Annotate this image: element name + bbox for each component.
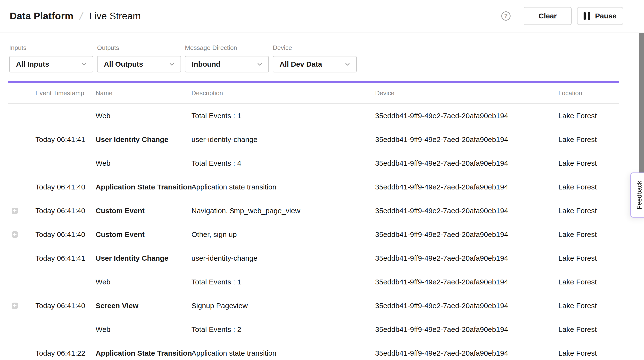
- message-direction-select-value: Inbound: [192, 60, 220, 68]
- cell-name: Application State Transition: [96, 349, 192, 357]
- cell-expand: [8, 303, 36, 309]
- cell-event-timestamp: Today 06:41:41: [36, 254, 96, 262]
- table-row: WebTotal Events : 135eddb41-9ff9-49e2-7a…: [8, 270, 619, 294]
- cell-event-timestamp: Today 06:41:22: [36, 349, 96, 357]
- chevron-down-icon: [80, 61, 87, 68]
- outputs-select-value: All Outputs: [104, 60, 143, 68]
- header-description: Description: [192, 89, 375, 97]
- cell-location: Lake Forest: [558, 349, 619, 357]
- header-location: Location: [558, 89, 619, 97]
- header-device: Device: [375, 89, 558, 97]
- breadcrumb: Data Platform / Live Stream: [10, 10, 141, 22]
- feedback-tab-label: Feedback: [634, 181, 643, 209]
- pause-icon: [584, 12, 590, 20]
- cell-device: 35eddb41-9ff9-49e2-7aed-20afa90eb194: [375, 278, 558, 286]
- outputs-select[interactable]: All Outputs: [97, 56, 181, 72]
- filter-message-direction: Message Direction Inbound: [185, 44, 269, 72]
- table-row: Today 06:41:40Custom EventNavigation, $m…: [8, 199, 619, 223]
- chevron-down-icon: [344, 61, 351, 68]
- cell-device: 35eddb41-9ff9-49e2-7aed-20afa90eb194: [375, 302, 558, 310]
- table-body: WebTotal Events : 135eddb41-9ff9-49e2-7a…: [8, 104, 619, 360]
- chevron-down-icon: [256, 61, 263, 68]
- table-row: WebTotal Events : 135eddb41-9ff9-49e2-7a…: [8, 104, 619, 128]
- filter-device: Device All Dev Data: [273, 44, 357, 72]
- cell-description: Other, sign up: [192, 230, 375, 239]
- cell-location: Lake Forest: [558, 230, 619, 239]
- accent-divider: [8, 81, 619, 83]
- cell-device: 35eddb41-9ff9-49e2-7aed-20afa90eb194: [375, 112, 558, 120]
- cell-name: User Identity Change: [96, 254, 192, 262]
- cell-location: Lake Forest: [558, 207, 619, 215]
- cell-description: Total Events : 4: [192, 159, 375, 168]
- cell-event-timestamp: Today 06:41:40: [36, 183, 96, 191]
- cell-name: Web: [96, 159, 192, 168]
- filter-label: Outputs: [97, 44, 181, 52]
- topbar-actions: ? Clear Pause: [501, 7, 623, 25]
- pause-button[interactable]: Pause: [577, 7, 623, 25]
- cell-location: Lake Forest: [558, 254, 619, 262]
- cell-device: 35eddb41-9ff9-49e2-7aed-20afa90eb194: [375, 254, 558, 262]
- expand-plus-icon[interactable]: [12, 208, 18, 214]
- table-row: WebTotal Events : 435eddb41-9ff9-49e2-7a…: [8, 151, 619, 175]
- live-stream-table: Event Timestamp Name Description Device …: [8, 83, 619, 360]
- cell-device: 35eddb41-9ff9-49e2-7aed-20afa90eb194: [375, 325, 558, 334]
- cell-description: Navigation, $mp_web_page_view: [192, 207, 375, 215]
- vertical-scrollbar[interactable]: [639, 33, 644, 173]
- inputs-select[interactable]: All Inputs: [9, 56, 93, 72]
- cell-location: Lake Forest: [558, 278, 619, 286]
- table-row: Today 06:41:40Application State Transiti…: [8, 175, 619, 199]
- table-row: Today 06:41:22Application State Transiti…: [8, 341, 619, 360]
- cell-location: Lake Forest: [558, 183, 619, 191]
- header-event-timestamp: Event Timestamp: [36, 89, 96, 97]
- table-header-row: Event Timestamp Name Description Device …: [8, 83, 619, 104]
- cell-event-timestamp: Today 06:41:40: [36, 302, 96, 310]
- breadcrumb-separator: /: [78, 10, 84, 22]
- cell-name: Web: [96, 112, 192, 120]
- cell-description: Signup Pageview: [192, 302, 375, 310]
- cell-description: user-identity-change: [192, 135, 375, 144]
- page-title: Live Stream: [89, 11, 141, 21]
- cell-event-timestamp: Today 06:41:41: [36, 135, 96, 144]
- cell-expand: [8, 231, 36, 238]
- filter-label: Device: [273, 44, 357, 52]
- cell-location: Lake Forest: [558, 159, 619, 168]
- cell-device: 35eddb41-9ff9-49e2-7aed-20afa90eb194: [375, 135, 558, 144]
- feedback-tab[interactable]: Feedback: [630, 173, 644, 217]
- cell-name: User Identity Change: [96, 135, 192, 144]
- cell-device: 35eddb41-9ff9-49e2-7aed-20afa90eb194: [375, 207, 558, 215]
- cell-event-timestamp: Today 06:41:40: [36, 230, 96, 239]
- cell-name: Screen View: [96, 302, 192, 310]
- cell-description: user-identity-change: [192, 254, 375, 262]
- top-bar: Data Platform / Live Stream ? Clear Paus…: [0, 0, 644, 32]
- cell-event-timestamp: Today 06:41:40: [36, 207, 96, 215]
- cell-name: Custom Event: [96, 207, 192, 215]
- cell-name: Custom Event: [96, 230, 192, 239]
- table-row: Today 06:41:40Screen ViewSignup Pageview…: [8, 294, 619, 318]
- filter-label: Message Direction: [185, 44, 269, 52]
- cell-location: Lake Forest: [558, 325, 619, 334]
- clear-button[interactable]: Clear: [524, 7, 572, 25]
- cell-name: Application State Transition: [96, 183, 192, 191]
- header-name: Name: [96, 89, 192, 97]
- cell-name: Web: [96, 278, 192, 286]
- expand-plus-icon[interactable]: [12, 303, 18, 309]
- breadcrumb-root[interactable]: Data Platform: [10, 11, 74, 21]
- cell-location: Lake Forest: [558, 302, 619, 310]
- filter-label: Inputs: [9, 44, 93, 52]
- cell-description: Application state transition: [192, 183, 375, 191]
- filter-outputs: Outputs All Outputs: [97, 44, 181, 72]
- cell-expand: [8, 208, 36, 214]
- cell-description: Total Events : 2: [192, 325, 375, 334]
- cell-location: Lake Forest: [558, 135, 619, 144]
- expand-plus-icon[interactable]: [12, 231, 18, 238]
- help-icon[interactable]: ?: [501, 11, 510, 20]
- filter-bar: Inputs All Inputs Outputs All Outputs Me…: [0, 32, 644, 72]
- cell-description: Total Events : 1: [192, 112, 375, 120]
- table-row: Today 06:41:40Custom EventOther, sign up…: [8, 223, 619, 246]
- cell-device: 35eddb41-9ff9-49e2-7aed-20afa90eb194: [375, 230, 558, 239]
- cell-description: Total Events : 1: [192, 278, 375, 286]
- inputs-select-value: All Inputs: [16, 60, 49, 68]
- table-row: WebTotal Events : 235eddb41-9ff9-49e2-7a…: [8, 318, 619, 341]
- message-direction-select[interactable]: Inbound: [185, 56, 269, 72]
- device-select[interactable]: All Dev Data: [273, 56, 357, 72]
